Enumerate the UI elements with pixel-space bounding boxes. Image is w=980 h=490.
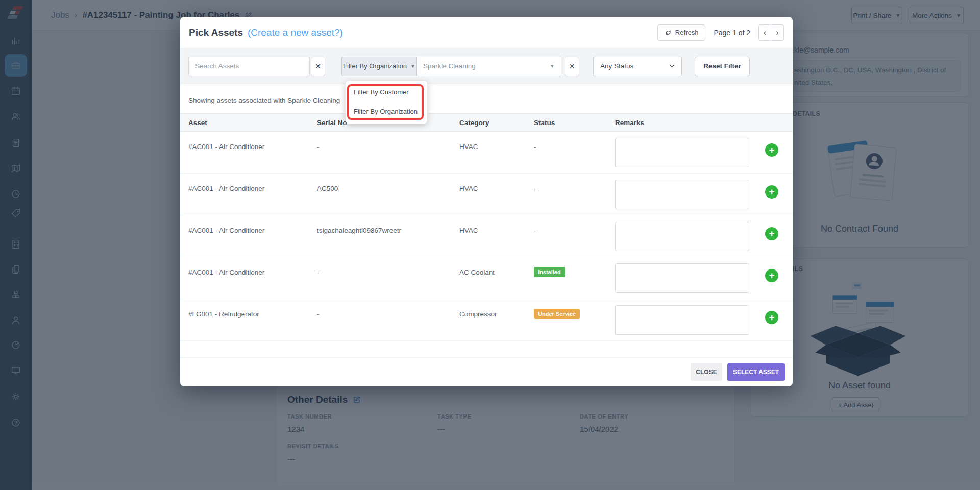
table-row: #AC001 - Air Conditioner tslgachaieaghti… bbox=[180, 215, 793, 257]
table-row: #AC001 - Air Conditioner - HVAC - + bbox=[180, 132, 793, 174]
column-header-category: Category bbox=[459, 114, 489, 132]
table-row: #AC001 - Air Conditioner AC500 HVAC - + bbox=[180, 174, 793, 215]
add-row-button[interactable]: + bbox=[765, 227, 778, 240]
add-row-button[interactable]: + bbox=[765, 185, 778, 199]
category: HVAC bbox=[459, 227, 478, 234]
column-header-asset: Asset bbox=[188, 114, 207, 132]
chevron-down-icon bbox=[669, 64, 675, 68]
column-header-remarks: Remarks bbox=[615, 114, 644, 132]
menu-item-filter-by-organization[interactable]: Filter By Organization bbox=[346, 102, 427, 121]
serial-no: - bbox=[317, 143, 320, 151]
table-row: #AC001 - Air Conditioner - AC Coolant In… bbox=[180, 257, 793, 299]
filter-by-dropdown-button[interactable]: Filter By Organization ▼ bbox=[341, 57, 417, 76]
asset-name: #AC001 - Air Conditioner bbox=[188, 185, 264, 192]
pagination: ‹ › bbox=[758, 24, 784, 41]
serial-no: AC500 bbox=[317, 185, 338, 192]
create-new-asset-link[interactable]: (Create a new asset?) bbox=[248, 27, 343, 38]
showing-assets-text: Showing assets associated with Sparkle C… bbox=[188, 96, 340, 104]
menu-item-filter-by-customer[interactable]: Filter By Customer bbox=[346, 83, 427, 102]
add-row-button[interactable]: + bbox=[765, 143, 778, 157]
prev-page-button[interactable]: ‹ bbox=[758, 24, 771, 41]
status-badge: Installed bbox=[534, 267, 565, 277]
serial-no: - bbox=[317, 268, 320, 276]
category: Compressor bbox=[459, 310, 497, 318]
organization-combobox[interactable]: Sparkle Cleaning ▼ bbox=[417, 57, 561, 76]
filter-bar: ✕ Filter By Organization ▼ Sparkle Clean… bbox=[180, 48, 793, 84]
status-badge: Under Service bbox=[534, 309, 580, 319]
table-row: #LG001 - Refridgerator - Compressor Unde… bbox=[180, 299, 793, 341]
remarks-input[interactable] bbox=[615, 138, 749, 167]
column-header-serial: Serial No bbox=[317, 114, 347, 132]
page-indicator: Page 1 of 2 bbox=[714, 29, 750, 37]
filter-by-dropdown-menu: Filter By Customer Filter By Organizatio… bbox=[346, 81, 427, 124]
status: - bbox=[534, 185, 536, 192]
status: - bbox=[534, 227, 536, 234]
serial-no: tslgachaieaghti09867wreetr bbox=[317, 227, 401, 234]
remarks-input[interactable] bbox=[615, 222, 749, 251]
asset-name: #AC001 - Air Conditioner bbox=[188, 227, 264, 234]
modal-title: Pick Assets bbox=[189, 27, 243, 38]
caret-down-icon: ▼ bbox=[410, 63, 415, 69]
asset-name: #AC001 - Air Conditioner bbox=[188, 143, 264, 151]
close-icon: ✕ bbox=[569, 62, 575, 70]
asset-name: #AC001 - Air Conditioner bbox=[188, 268, 264, 276]
status: - bbox=[534, 143, 536, 151]
remarks-input[interactable] bbox=[615, 305, 749, 335]
pick-assets-modal: Pick Assets (Create a new asset?) Refres… bbox=[180, 17, 793, 386]
serial-no: - bbox=[317, 310, 320, 318]
clear-search-button[interactable]: ✕ bbox=[311, 57, 325, 76]
reset-filter-button[interactable]: Reset Filter bbox=[695, 57, 750, 76]
close-icon: ✕ bbox=[315, 62, 321, 70]
search-assets-input[interactable] bbox=[188, 57, 310, 76]
add-row-button[interactable]: + bbox=[765, 269, 778, 282]
modal-footer: CLOSE SELECT ASSET bbox=[180, 357, 793, 386]
select-asset-button[interactable]: SELECT ASSET bbox=[727, 363, 785, 381]
clear-filter-button[interactable]: ✕ bbox=[565, 57, 579, 76]
status-select[interactable]: Any Status bbox=[593, 57, 682, 76]
app-root: Jobs › #A12345117 - Painting Job for Cha… bbox=[0, 0, 980, 490]
category: AC Coolant bbox=[459, 268, 495, 276]
table-header: Asset Serial No Category Status Remarks bbox=[180, 113, 793, 132]
add-row-button[interactable]: + bbox=[765, 311, 778, 324]
remarks-input[interactable] bbox=[615, 263, 749, 293]
asset-name: #LG001 - Refridgerator bbox=[188, 310, 259, 318]
close-button[interactable]: CLOSE bbox=[691, 363, 722, 381]
next-page-button[interactable]: › bbox=[771, 24, 784, 41]
refresh-button[interactable]: Refresh bbox=[657, 24, 706, 41]
category: HVAC bbox=[459, 143, 478, 151]
remarks-input[interactable] bbox=[615, 180, 749, 209]
category: HVAC bbox=[459, 185, 478, 192]
column-header-status: Status bbox=[534, 114, 555, 132]
refresh-icon bbox=[665, 29, 672, 36]
caret-down-icon: ▼ bbox=[550, 63, 555, 69]
modal-header: Pick Assets (Create a new asset?) Refres… bbox=[180, 17, 793, 48]
